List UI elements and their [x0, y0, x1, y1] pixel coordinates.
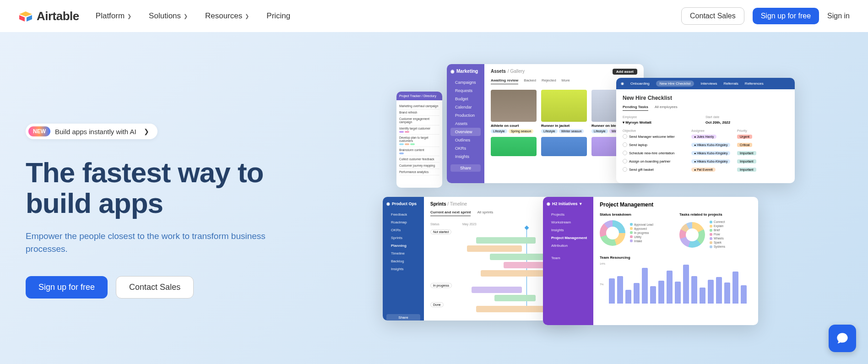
tracker-row: Performance analytics	[399, 169, 439, 175]
sidebar-item[interactable]: Outlines	[450, 136, 481, 144]
chevron-right-icon: ❯	[127, 13, 131, 19]
sidebar-item[interactable]: Projects	[547, 211, 590, 218]
ai-badge[interactable]: NEW Build apps instantly with AI ❯	[26, 124, 157, 139]
share-button[interactable]: Share	[450, 164, 481, 172]
gantt-bar[interactable]	[494, 295, 536, 301]
sidebar-item[interactable]: Sprints	[386, 234, 420, 242]
onboarding-header: ◉ Onboarding New Hire Checklist Intervie…	[616, 78, 795, 89]
header-right: Contact Sales Sign up for free Sign in	[681, 7, 850, 25]
sidebar-item[interactable]: Campaigns	[450, 78, 481, 87]
chevron-right-icon: ❯	[245, 13, 249, 19]
sidebar-item[interactable]: Insights	[386, 265, 420, 273]
h2-title: Project Management	[600, 201, 752, 208]
nav-solutions[interactable]: Solutions❯	[149, 11, 188, 21]
filter-tab[interactable]: More	[562, 78, 570, 84]
bar	[691, 276, 697, 304]
sidebar-item[interactable]: OKRs	[386, 226, 420, 234]
sidebar-item[interactable]: Planning	[386, 242, 420, 250]
filter-tab[interactable]: Awaiting review	[491, 78, 518, 84]
asset-thumbnail	[491, 90, 537, 122]
tab[interactable]: Pending Tasks	[623, 105, 648, 111]
asset-thumbnail[interactable]	[541, 137, 587, 156]
asset-card[interactable]: Athlete on court LifestyleSpring season	[491, 90, 537, 133]
gantt-bar[interactable]	[476, 306, 545, 312]
hero-contact-button[interactable]: Contact Sales	[116, 276, 194, 299]
h2-main: Project Management Status breakdown Appr…	[593, 197, 758, 325]
donut-chart	[679, 222, 705, 248]
sidebar-item[interactable]: OKRs	[450, 144, 481, 152]
bar	[741, 285, 747, 304]
share-button[interactable]: Share	[386, 314, 420, 321]
marketing-breadcrumb: Assets/ Gallery Add asset	[491, 69, 637, 74]
sidebar-item[interactable]: Budget	[450, 95, 481, 103]
status-label: Not started	[430, 229, 451, 234]
checklist-row[interactable]: Schedule new-hire orientation● Hikaru Ku…	[623, 149, 788, 157]
header-pill[interactable]: New Hire Checklist	[656, 81, 694, 87]
tracker-header: Project Tracker / Directory	[396, 92, 442, 100]
gantt-bar[interactable]	[472, 287, 522, 293]
checklist-row[interactable]: Send gift basket● Pat EverettImportant	[623, 165, 788, 174]
tracker-row: Collect customer feedback	[399, 156, 439, 163]
sidebar-item[interactable]: Insights	[450, 152, 481, 161]
signup-button[interactable]: Sign up for free	[753, 8, 819, 24]
bar	[625, 290, 631, 304]
tab[interactable]: Current and next sprint	[430, 210, 471, 216]
tracker-row: Brand refresh	[399, 109, 439, 116]
sidebar-item[interactable]: Assets	[450, 120, 481, 128]
sidebar-item-active[interactable]: Project Management	[547, 234, 590, 242]
sidebar-item[interactable]: Calendar	[450, 103, 481, 111]
tasks-chart: Tasks related to projects ConnectExplain…	[679, 212, 752, 249]
add-asset-button[interactable]: Add asset	[613, 69, 637, 75]
bar	[609, 278, 615, 304]
chat-bubble[interactable]	[829, 325, 856, 352]
sidebar-item[interactable]: Workstream	[547, 218, 590, 226]
bar-chart: 14% 7%	[600, 262, 752, 304]
gantt-bar[interactable]	[467, 245, 522, 252]
sidebar-item-active[interactable]: Overview	[450, 128, 481, 136]
nav-platform[interactable]: Platform❯	[96, 11, 131, 21]
status-label: Done	[430, 302, 444, 307]
svg-marker-0	[19, 11, 32, 16]
sidebar-item[interactable]: Insights	[547, 226, 590, 234]
asset-thumbnail[interactable]	[491, 137, 537, 156]
tracker-body: Marketing overhaul campaign Brand refres…	[396, 100, 442, 178]
sidebar-item[interactable]: Feedback	[386, 211, 420, 218]
tab[interactable]: All employees	[655, 105, 678, 111]
checklist-row[interactable]: Send Manager welcome letter● Jules Hardy…	[623, 132, 788, 141]
gantt-bar[interactable]	[476, 237, 536, 244]
onboarding-tabs: Pending Tasks All employees	[623, 105, 788, 111]
bar	[650, 286, 656, 304]
sidebar-item[interactable]: Timeline	[386, 250, 420, 257]
signin-link[interactable]: Sign in	[827, 12, 850, 20]
tab[interactable]: All sprints	[477, 210, 493, 216]
nav-pricing[interactable]: Pricing	[266, 11, 290, 21]
sidebar-item[interactable]: Backlog	[386, 257, 420, 265]
contact-sales-button[interactable]: Contact Sales	[681, 7, 744, 25]
bar	[708, 280, 714, 304]
checklist-row[interactable]: Assign on-boarding partner● Hikaru Kubo-…	[623, 157, 788, 165]
hero-signup-button[interactable]: Sign up for free	[26, 276, 108, 299]
sidebar-item[interactable]: Team	[547, 254, 590, 262]
sidebar-item[interactable]: Roadmap	[386, 218, 420, 226]
bar	[658, 281, 664, 304]
sidebar-item[interactable]: Production	[450, 111, 481, 120]
marketing-sidebar-title: ◉ Marketing	[450, 69, 481, 74]
asset-card[interactable]: Runner in jacket LifestyleWinter season	[541, 90, 587, 133]
bar	[716, 277, 722, 304]
marketing-panel: ◉ Marketing Campaigns Requests Budget Ca…	[447, 64, 644, 183]
sidebar-item[interactable]: Attribution	[547, 242, 590, 250]
marketing-sidebar: ◉ Marketing Campaigns Requests Budget Ca…	[447, 64, 484, 183]
bar	[617, 276, 623, 304]
svg-marker-2	[27, 15, 32, 22]
sidebar-item[interactable]: Requests	[450, 87, 481, 95]
tracker-row: Brainstorm content	[399, 147, 439, 156]
bar	[700, 288, 705, 304]
filter-tab[interactable]: Backed	[524, 78, 536, 84]
checklist-row[interactable]: Send laptop● Hikaru Kubo-KingsleyCritica…	[623, 141, 788, 149]
logo[interactable]: Airtable	[18, 9, 79, 23]
bar	[683, 265, 689, 304]
status-chart: Status breakdown Approval LeadApprovedIn…	[600, 212, 672, 249]
filter-tab[interactable]: Rejected	[542, 78, 556, 84]
tracker-row: Develop plan to target customers	[399, 135, 439, 147]
nav-resources[interactable]: Resources❯	[205, 11, 249, 21]
